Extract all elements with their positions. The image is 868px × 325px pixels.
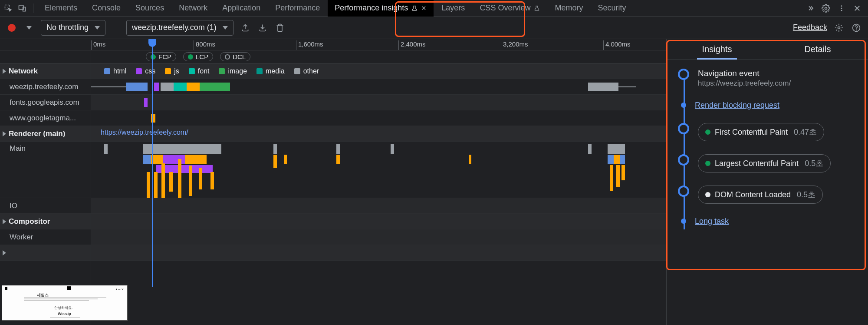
track-extra[interactable]	[0, 245, 91, 261]
svg-point-7	[841, 7, 842, 9]
metrics-row: FCP LCP DCL	[91, 50, 666, 63]
lcp-pill[interactable]: Largest Contentful Paint 0.5초	[698, 154, 831, 172]
fcp-metric[interactable]: FCP	[146, 52, 176, 61]
more-tabs-icon[interactable]	[806, 3, 815, 13]
ruler-tick: 3,200ms	[501, 40, 528, 50]
tab-insights[interactable]: Insights	[667, 39, 767, 60]
record-button[interactable]	[6, 22, 17, 33]
track-main[interactable]: Main	[0, 142, 91, 198]
time-ruler[interactable]: 0ms 800ms 1,600ms 2,400ms 3,200ms 4,000m…	[91, 39, 666, 50]
network-row-2[interactable]	[91, 95, 666, 110]
tab-performance[interactable]: Performance	[268, 0, 327, 17]
compositor-track[interactable]	[91, 214, 666, 229]
renderer-row[interactable]: https://weezip.treefeely.com/	[91, 126, 666, 142]
track-compositor[interactable]: Compositor	[0, 214, 91, 229]
import-icon[interactable]	[257, 22, 268, 33]
inspect-element-icon[interactable]	[2, 2, 15, 15]
track-domain2[interactable]: fonts.googleapis.com	[0, 95, 91, 110]
tab-console[interactable]: Console	[85, 0, 128, 17]
timeline-node-icon	[678, 154, 689, 166]
network-row-1[interactable]	[91, 79, 666, 95]
close-devtools-icon[interactable]	[852, 3, 862, 13]
render-blocking-link[interactable]: Render blocking request	[695, 101, 779, 109]
tab-label: CSS Overview	[480, 3, 530, 13]
long-task-link[interactable]: Long task	[695, 217, 729, 226]
nav-event-title: Navigation event	[698, 69, 859, 78]
dcl-pill[interactable]: DOM Content Loaded 0.5초	[698, 186, 823, 204]
throttling-select[interactable]: No throttling	[41, 20, 105, 36]
track-network-header[interactable]: Network	[0, 63, 91, 79]
ruler-tick: 2,400ms	[398, 40, 426, 50]
timeline-dot-icon	[681, 219, 686, 224]
ruler-tick: 0ms	[91, 40, 105, 50]
feedback-link[interactable]: Feedback	[793, 23, 827, 32]
tab-network[interactable]: Network	[172, 0, 214, 17]
tab-details[interactable]: Details	[767, 39, 868, 60]
svg-point-8	[841, 10, 842, 11]
tab-elements[interactable]: Elements	[38, 0, 84, 17]
track-io[interactable]: IO	[0, 198, 91, 214]
page-select[interactable]: weezip.treefeely.com (1)	[126, 20, 233, 36]
tab-performance-insights[interactable]: Performance insights ✕	[328, 0, 434, 17]
track-renderer-header[interactable]: Renderer (main)	[0, 126, 91, 142]
svg-point-11	[838, 27, 840, 29]
tab-security[interactable]: Security	[591, 0, 633, 17]
settings-gear-icon[interactable]	[821, 3, 831, 13]
chevron-down-icon	[223, 26, 228, 30]
delete-icon[interactable]	[274, 22, 286, 33]
kebab-menu-icon[interactable]	[837, 3, 846, 13]
extra-track[interactable]	[91, 245, 666, 261]
worker-track[interactable]	[91, 229, 666, 245]
legend-font: font	[189, 67, 210, 75]
screenshot-thumbnail[interactable]: • – × 제임스 안녕하세요. Weezip	[2, 285, 128, 321]
fcp-pill[interactable]: First Contentful Paint 0.47초	[698, 123, 824, 141]
legend-media: media	[256, 67, 285, 75]
legend-html: html	[104, 67, 126, 75]
status-dot-icon	[705, 161, 710, 166]
tab-layers[interactable]: Layers	[434, 0, 472, 17]
timeline-dot-icon	[681, 103, 686, 108]
throttling-value: No throttling	[46, 23, 89, 32]
chevron-down-icon	[95, 26, 100, 30]
legend-image: image	[219, 67, 247, 75]
ruler-tick: 4,000ms	[603, 40, 631, 50]
legend-row: html css js font image media other	[91, 63, 666, 79]
record-dropdown[interactable]	[23, 22, 35, 33]
dcl-metric[interactable]: DCL	[220, 52, 250, 61]
close-icon[interactable]: ✕	[421, 4, 427, 12]
renderer-url: https://weezip.treefeely.com/	[101, 129, 188, 136]
status-dot-icon	[705, 192, 710, 197]
help-icon[interactable]	[851, 22, 862, 33]
status-dot-icon	[705, 129, 710, 135]
tab-sources[interactable]: Sources	[128, 0, 171, 17]
timeline-node-icon	[678, 123, 689, 134]
beaker-icon	[534, 5, 540, 11]
export-icon[interactable]	[240, 22, 251, 33]
legend-other: other	[294, 67, 319, 75]
settings-icon[interactable]	[833, 22, 845, 33]
lcp-metric[interactable]: LCP	[183, 52, 213, 61]
svg-point-6	[841, 5, 842, 7]
device-toolbar-icon[interactable]	[16, 2, 29, 15]
network-row-3[interactable]	[91, 110, 666, 126]
ruler-tick: 800ms	[194, 40, 215, 50]
nav-event-url: https://weezip.treefeely.com/	[698, 79, 859, 88]
track-domain3[interactable]: www.googletagma...	[0, 110, 91, 126]
timeline-node-icon	[678, 69, 689, 80]
track-domain1[interactable]: weezip.treefeely.com	[0, 79, 91, 95]
svg-point-13	[856, 30, 857, 30]
playhead[interactable]	[152, 39, 153, 287]
io-track[interactable]	[91, 198, 666, 214]
beaker-icon	[411, 5, 418, 11]
svg-point-5	[825, 7, 827, 9]
main-track[interactable]	[91, 142, 666, 198]
ruler-tick: 1,600ms	[296, 40, 323, 50]
timeline-node-icon	[678, 186, 689, 197]
tab-memory[interactable]: Memory	[548, 0, 590, 17]
tab-label: Performance insights	[335, 3, 408, 13]
tab-css-overview[interactable]: CSS Overview	[473, 0, 547, 17]
legend-js: js	[165, 67, 179, 75]
track-worker[interactable]: Worker	[0, 229, 91, 245]
tab-application[interactable]: Application	[215, 0, 267, 17]
page-select-value: weezip.treefeely.com (1)	[132, 23, 217, 32]
